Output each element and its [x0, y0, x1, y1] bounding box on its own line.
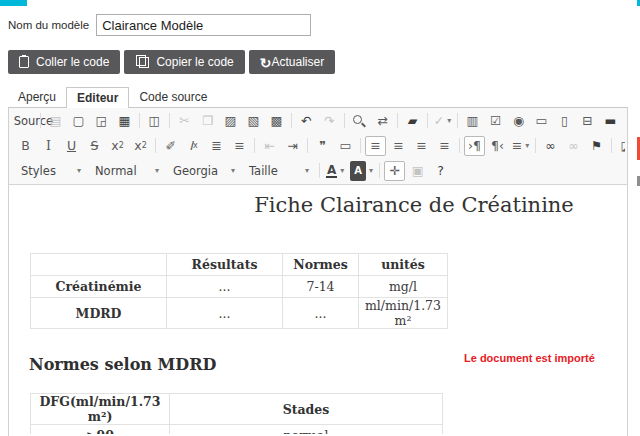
replace-icon[interactable]: ⇄ — [372, 111, 393, 131]
link-icon[interactable]: ∞ — [540, 136, 561, 156]
italic-icon[interactable]: I — [38, 136, 59, 156]
indent-icon[interactable]: ⇥ — [282, 136, 303, 156]
anchor-icon[interactable]: ⚑ — [586, 136, 607, 156]
underline-icon[interactable]: U — [61, 136, 82, 156]
text-color-button[interactable]: A▾ — [324, 161, 346, 181]
save-icon: ▤ — [45, 111, 66, 131]
toolbar-separator — [427, 113, 428, 128]
toolbar-separator — [360, 138, 361, 153]
document-title: Fiche Clairance de Créatinine — [9, 193, 627, 217]
table-cell: MDRD — [31, 298, 167, 329]
bg-color-button[interactable]: A▾ — [348, 161, 375, 181]
table-cell: normal — [170, 425, 443, 435]
coller-le-code-button[interactable]: Coller le code — [8, 50, 120, 74]
toolbar-separator — [397, 113, 398, 128]
remove-format-icon[interactable]: Ix — [183, 136, 204, 156]
paste-word-icon[interactable]: ▩ — [266, 111, 287, 131]
table-cell: >90 — [31, 425, 170, 435]
tab-code-source[interactable]: Code source — [129, 87, 217, 107]
table-cell: ... — [167, 298, 283, 329]
div-container-icon[interactable]: ▭ — [335, 136, 356, 156]
table-header-cell: Stades — [170, 394, 443, 425]
toolbar-separator — [155, 138, 156, 153]
table-row: Créatinémie...7-14mg/l — [31, 276, 448, 298]
action-buttons: Coller le codeCopier le code↻Actualiser — [8, 50, 335, 74]
bulleted-list-icon[interactable]: ≡ — [229, 136, 250, 156]
paste-icon[interactable]: ▨ — [220, 111, 241, 131]
find-icon[interactable] — [349, 111, 370, 131]
select-field-icon[interactable]: ⊟ — [577, 111, 598, 131]
styles-dropdown[interactable]: Styles▾ — [15, 161, 87, 181]
about-icon[interactable]: ? — [430, 161, 451, 181]
align-right-icon[interactable]: ≡ — [411, 136, 432, 156]
mdrd-stages-table: DFG(ml/min/1.73 m²)Stades>90normal — [30, 393, 443, 434]
copy-icon: ❐ — [197, 111, 218, 131]
actualiser-button[interactable]: ↻Actualiser — [249, 50, 335, 74]
templates-icon[interactable]: ◫ — [144, 111, 165, 131]
align-left-icon[interactable]: ≡ — [365, 136, 386, 156]
bold-icon[interactable]: B — [15, 136, 36, 156]
image-icon[interactable]: ◪ — [616, 136, 625, 156]
button-label: Actualiser — [272, 55, 325, 69]
copier-le-code-button[interactable]: Copier le code — [124, 50, 244, 74]
numbered-list-icon[interactable]: ≣ — [206, 136, 227, 156]
table-cell: ml/min/1.73 m² — [359, 298, 448, 329]
copy-icon — [139, 57, 149, 68]
paste-text-icon[interactable]: ▧ — [243, 111, 264, 131]
toolbar-separator — [344, 113, 345, 128]
blockquote-icon[interactable]: ❞ — [312, 136, 333, 156]
image-button-icon[interactable]: ◨ — [623, 111, 625, 131]
editor-toolbar: ◳Source▤▢◲▦◫✂❐▨▧▩↶↷⇄▰✓▾▥☑◉▭▯⊟▬◨▱BIUSx2x2… — [9, 107, 627, 185]
copy-formatting-icon[interactable]: ✐ — [160, 136, 181, 156]
model-name-row: Nom du modèle — [8, 13, 311, 37]
checkbox-icon[interactable]: ☑ — [485, 111, 506, 131]
toolbar-separator — [291, 113, 292, 128]
button-icon[interactable]: ▬ — [600, 111, 621, 131]
select-all-icon[interactable]: ▰ — [402, 111, 423, 131]
strikethrough-icon[interactable]: S — [84, 136, 105, 156]
maximize-icon[interactable]: ✛ — [384, 161, 405, 181]
editor-content-area[interactable]: Fiche Clairance de Créatinine RésultatsN… — [9, 185, 627, 434]
toolbar-separator — [254, 138, 255, 153]
new-page-icon[interactable]: ▢ — [68, 111, 89, 131]
clipboard-icon — [19, 56, 29, 68]
model-name-input[interactable] — [96, 14, 311, 36]
print-icon[interactable]: ▦ — [114, 111, 135, 131]
text-field-icon[interactable]: ▭ — [531, 111, 552, 131]
table-cell: 7-14 — [283, 276, 359, 298]
tab-editeur[interactable]: Editeur — [66, 87, 129, 108]
table-row: >90normal — [31, 425, 443, 435]
bidi-rtl-icon[interactable]: ¶‹ — [487, 136, 508, 156]
radio-icon[interactable]: ◉ — [508, 111, 529, 131]
table-header-row: DFG(ml/min/1.73 m²)Stades — [31, 394, 443, 425]
toolbar-separator — [457, 113, 458, 128]
teal-accent-bar — [0, 0, 27, 6]
toolbar-separator — [40, 113, 41, 128]
tab-aper-u[interactable]: Aperçu — [8, 87, 66, 107]
align-center-icon[interactable]: ≡ — [388, 136, 409, 156]
table-header-cell: Résultats — [167, 254, 283, 276]
preview-icon[interactable]: ◲ — [91, 111, 112, 131]
font-dropdown[interactable]: Georgia▾ — [167, 161, 241, 181]
toolbar-row: BIUSx2x2✐Ix≣≡⇤⇥❞▭≡≡≡≡›¶¶‹≡▾∞∞⚑◪●⊞―☺Ω⇟◍ — [11, 133, 625, 158]
refresh-icon: ↻ — [260, 58, 272, 68]
size-dropdown[interactable]: Taille▾ — [243, 161, 315, 181]
toolbar-separator — [535, 138, 536, 153]
source-button[interactable]: ◳Source — [15, 111, 36, 131]
bidi-ltr-icon[interactable]: ›¶ — [464, 136, 485, 156]
table-cell: ... — [283, 298, 359, 329]
format-dropdown[interactable]: Normal▾ — [89, 161, 165, 181]
form-icon[interactable]: ▥ — [462, 111, 483, 131]
toolbar-row: ◳Source▤▢◲▦◫✂❐▨▧▩↶↷⇄▰✓▾▥☑◉▭▯⊟▬◨▱ — [11, 108, 625, 133]
undo-icon[interactable]: ↶ — [296, 111, 317, 131]
language-icon[interactable]: ≡▾ — [510, 136, 531, 156]
justify-icon[interactable]: ≡ — [434, 136, 455, 156]
subscript-icon[interactable]: x2 — [107, 136, 128, 156]
table-cell: Créatinémie — [31, 276, 167, 298]
table-row: MDRD......ml/min/1.73 m² — [31, 298, 448, 329]
superscript-icon[interactable]: x2 — [130, 136, 151, 156]
table-header-cell: Normes — [283, 254, 359, 276]
toolbar-separator — [319, 163, 320, 178]
toolbar-separator — [459, 138, 460, 153]
textarea-icon[interactable]: ▯ — [554, 111, 575, 131]
